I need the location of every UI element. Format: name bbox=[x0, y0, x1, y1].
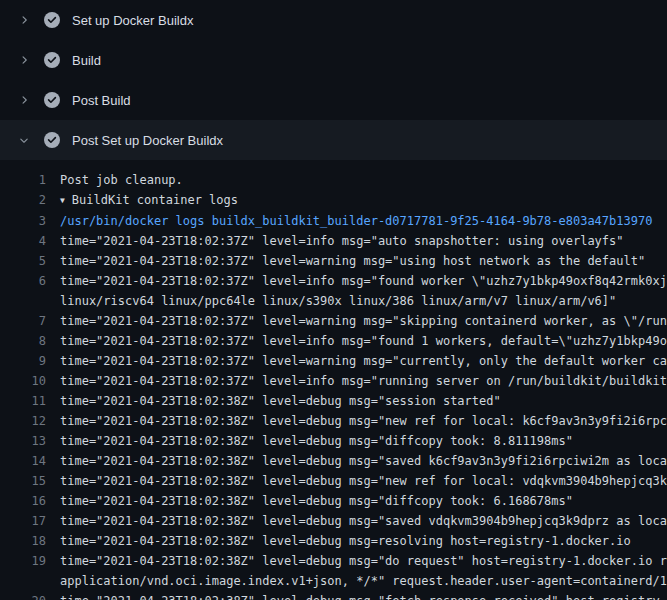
log-line-number[interactable]: 2 bbox=[0, 190, 46, 211]
log-row: 19 time="2021-04-23T18:02:38Z" level=deb… bbox=[0, 551, 667, 571]
step-row[interactable]: Post Build bbox=[0, 80, 667, 120]
step-label: Post Set up Docker Buildx bbox=[72, 133, 223, 148]
step-label: Set up Docker Buildx bbox=[72, 13, 193, 28]
log-row: 10 time="2021-04-23T18:02:37Z" level=inf… bbox=[0, 371, 667, 391]
log-line-number[interactable]: 11 bbox=[0, 391, 46, 411]
log-row: 5 time="2021-04-23T18:02:37Z" level=warn… bbox=[0, 251, 667, 271]
log-line-number[interactable]: 14 bbox=[0, 451, 46, 471]
log-line-text-content: time="2021-04-23T18:02:38Z" level=debug … bbox=[60, 394, 501, 408]
log-line-number[interactable]: 8 bbox=[0, 331, 46, 351]
log-row: 17 time="2021-04-23T18:02:38Z" level=deb… bbox=[0, 511, 667, 531]
log-line-text-content: time="2021-04-23T18:02:38Z" level=debug … bbox=[60, 454, 667, 468]
log-line-number[interactable]: 16 bbox=[0, 491, 46, 511]
log-line-number[interactable]: 4 bbox=[0, 231, 46, 251]
log-row: 15 time="2021-04-23T18:02:38Z" level=deb… bbox=[0, 471, 667, 491]
log-row: 9 time="2021-04-23T18:02:37Z" level=warn… bbox=[0, 351, 667, 371]
log-row: linux/riscv64 linux/ppc64le linux/s390x … bbox=[0, 291, 667, 311]
log-line-text: Post job cleanup. bbox=[46, 170, 667, 190]
log-row: 18 time="2021-04-23T18:02:38Z" level=deb… bbox=[0, 531, 667, 551]
log-line-number[interactable]: 19 bbox=[0, 551, 46, 571]
log-line-text: time="2021-04-23T18:02:37Z" level=info m… bbox=[46, 231, 667, 251]
log-line-number[interactable]: 13 bbox=[0, 431, 46, 451]
log-line-text: time="2021-04-23T18:02:38Z" level=debug … bbox=[46, 391, 667, 411]
log-line-number[interactable]: 18 bbox=[0, 531, 46, 551]
steps-list: Set up Docker Buildx Build Post Buil bbox=[0, 0, 667, 160]
log-row: application/vnd.oci.image.index.v1+json,… bbox=[0, 571, 667, 591]
log-line-number[interactable]: 20 bbox=[0, 591, 46, 600]
log-line-text: time="2021-04-23T18:02:37Z" level=warnin… bbox=[46, 311, 667, 331]
log-line-text: time="2021-04-23T18:02:37Z" level=info m… bbox=[46, 271, 667, 291]
log-line-number[interactable]: 9 bbox=[0, 351, 46, 371]
log-line-number[interactable]: 17 bbox=[0, 511, 46, 531]
log-line-text: time="2021-04-23T18:02:38Z" level=debug … bbox=[46, 451, 667, 471]
log-line-text-content: time="2021-04-23T18:02:37Z" level=info m… bbox=[60, 374, 667, 388]
log-line-number[interactable]: 15 bbox=[0, 471, 46, 491]
log-line-number[interactable] bbox=[0, 291, 46, 311]
log-line-text: time="2021-04-23T18:02:38Z" level=debug … bbox=[46, 471, 667, 491]
log-line-number[interactable] bbox=[0, 571, 46, 591]
log-line-text-content: time="2021-04-23T18:02:37Z" level=info m… bbox=[60, 274, 667, 288]
log-line-number[interactable]: 6 bbox=[0, 271, 46, 291]
log-line-text-content: time="2021-04-23T18:02:38Z" level=debug … bbox=[60, 414, 667, 428]
log-line-text-content: time="2021-04-23T18:02:37Z" level=warnin… bbox=[60, 354, 667, 368]
log-line-number[interactable]: 7 bbox=[0, 311, 46, 331]
log-line-text: ▼BuildKit container logs bbox=[46, 190, 667, 211]
log-row: 11 time="2021-04-23T18:02:38Z" level=deb… bbox=[0, 391, 667, 411]
log-line-text-content: time="2021-04-23T18:02:37Z" level=info m… bbox=[60, 334, 667, 348]
step-label: Post Build bbox=[72, 93, 131, 108]
log-line-text: time="2021-04-23T18:02:38Z" level=debug … bbox=[46, 591, 667, 600]
log-row: 7 time="2021-04-23T18:02:37Z" level=warn… bbox=[0, 311, 667, 331]
log-line-text: /usr/bin/docker logs buildx_buildkit_bui… bbox=[46, 211, 667, 231]
log-line-number[interactable]: 1 bbox=[0, 170, 46, 190]
check-circle-icon bbox=[44, 12, 60, 28]
check-circle-icon bbox=[44, 92, 60, 108]
check-circle-icon bbox=[44, 132, 60, 148]
log-row: 8 time="2021-04-23T18:02:37Z" level=info… bbox=[0, 331, 667, 351]
log-line-text: time="2021-04-23T18:02:38Z" level=debug … bbox=[46, 531, 667, 551]
log-container: 1 Post job cleanup. 2 ▼BuildKit containe… bbox=[0, 160, 667, 600]
log-line-number[interactable]: 5 bbox=[0, 251, 46, 271]
step-label: Build bbox=[72, 53, 101, 68]
log-line-text-content: /usr/bin/docker logs buildx_buildkit_bui… bbox=[60, 214, 652, 228]
chevron-icon bbox=[16, 132, 32, 148]
log-row: 3 /usr/bin/docker logs buildx_buildkit_b… bbox=[0, 211, 667, 231]
step-row[interactable]: Post Set up Docker Buildx bbox=[0, 120, 667, 160]
chevron-icon bbox=[16, 52, 32, 68]
log-row: 14 time="2021-04-23T18:02:38Z" level=deb… bbox=[0, 451, 667, 471]
log-line-text-content: time="2021-04-23T18:02:38Z" level=debug … bbox=[60, 514, 667, 528]
log-row: 12 time="2021-04-23T18:02:38Z" level=deb… bbox=[0, 411, 667, 431]
log-line-text-content: linux/riscv64 linux/ppc64le linux/s390x … bbox=[60, 294, 616, 308]
log-line-text: time="2021-04-23T18:02:37Z" level=info m… bbox=[46, 371, 667, 391]
log-row: 2 ▼BuildKit container logs bbox=[0, 190, 667, 211]
log-line-text-content: BuildKit container logs bbox=[72, 193, 238, 207]
log-group-toggle-icon[interactable]: ▼ bbox=[60, 191, 65, 211]
log-row: 13 time="2021-04-23T18:02:38Z" level=deb… bbox=[0, 431, 667, 451]
check-circle-icon bbox=[44, 52, 60, 68]
log-line-number[interactable]: 10 bbox=[0, 371, 46, 391]
log-line-text: time="2021-04-23T18:02:38Z" level=debug … bbox=[46, 511, 667, 531]
log-line-text-content: application/vnd.oci.image.index.v1+json,… bbox=[60, 574, 667, 588]
log-line-number[interactable]: 3 bbox=[0, 211, 46, 231]
log-line-text-content: time="2021-04-23T18:02:38Z" level=debug … bbox=[60, 554, 667, 568]
step-row[interactable]: Build bbox=[0, 40, 667, 80]
log-line-number[interactable]: 12 bbox=[0, 411, 46, 431]
log-row: 4 time="2021-04-23T18:02:37Z" level=info… bbox=[0, 231, 667, 251]
log-line-text: time="2021-04-23T18:02:37Z" level=info m… bbox=[46, 331, 667, 351]
log-line-text-content: time="2021-04-23T18:02:38Z" level=debug … bbox=[60, 434, 573, 448]
log-line-text-content: time="2021-04-23T18:02:38Z" level=debug … bbox=[60, 474, 667, 488]
log-line-text: time="2021-04-23T18:02:38Z" level=debug … bbox=[46, 491, 667, 511]
log-line-text-content: time="2021-04-23T18:02:38Z" level=debug … bbox=[60, 494, 573, 508]
chevron-icon bbox=[16, 12, 32, 28]
step-row[interactable]: Set up Docker Buildx bbox=[0, 0, 667, 40]
log-line-text-content: time="2021-04-23T18:02:38Z" level=debug … bbox=[60, 534, 631, 548]
log-line-text-content: Post job cleanup. bbox=[60, 173, 183, 187]
log-row: 1 Post job cleanup. bbox=[0, 170, 667, 190]
log-line-text-content: time="2021-04-23T18:02:37Z" level=warnin… bbox=[60, 314, 667, 328]
log-row: 6 time="2021-04-23T18:02:37Z" level=info… bbox=[0, 271, 667, 291]
log-row: 20 time="2021-04-23T18:02:38Z" level=deb… bbox=[0, 591, 667, 600]
log-line-text: time="2021-04-23T18:02:37Z" level=warnin… bbox=[46, 351, 667, 371]
log-line-text: application/vnd.oci.image.index.v1+json,… bbox=[46, 571, 667, 591]
log-line-text: time="2021-04-23T18:02:38Z" level=debug … bbox=[46, 411, 667, 431]
chevron-icon bbox=[16, 92, 32, 108]
workflow-log-viewer: Set up Docker Buildx Build Post Buil bbox=[0, 0, 667, 600]
